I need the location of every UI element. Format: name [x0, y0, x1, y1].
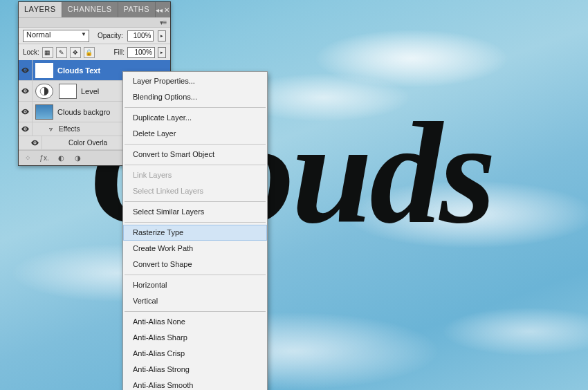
panel-tabs: LAYERS CHANNELS PATHS ◂◂ ✕: [19, 2, 170, 17]
visibility-toggle[interactable]: [19, 60, 33, 80]
layer-context-menu: Layer Properties...Blending Options...Du…: [122, 71, 268, 390]
menu-separator: [125, 311, 266, 312]
menu-separator: [125, 165, 266, 165]
lock-all-icon[interactable]: 🔒: [84, 47, 95, 58]
menu-item-anti-alias-none[interactable]: Anti-Alias None: [123, 314, 267, 330]
menu-item-blending-options[interactable]: Blending Options...: [123, 89, 267, 105]
menu-item-select-linked-layers: Select Linked Layers: [123, 183, 267, 199]
menu-item-link-layers: Link Layers: [123, 167, 267, 183]
menu-separator: [125, 222, 266, 223]
link-layers-icon[interactable]: ⁘: [21, 153, 34, 164]
svg-point-5: [34, 142, 35, 143]
layer-mask-icon[interactable]: ◐: [55, 153, 67, 164]
menu-separator: [125, 107, 266, 108]
tab-layers[interactable]: LAYERS: [19, 2, 62, 17]
fill-flyout-icon[interactable]: ▸: [158, 47, 166, 58]
tab-channels[interactable]: CHANNELS: [62, 2, 118, 17]
tab-paths[interactable]: PATHS: [118, 2, 156, 17]
svg-point-1: [24, 90, 26, 91]
lock-position-icon[interactable]: ✥: [70, 47, 81, 58]
fill-label: Fill:: [113, 48, 125, 56]
layer-thumbnail-text-icon: T: [35, 63, 53, 78]
svg-point-4: [24, 128, 26, 129]
adjustment-layer-icon[interactable]: ◑: [71, 153, 84, 164]
effect-label: Color Overla: [68, 139, 107, 147]
menu-item-vertical[interactable]: Vertical: [123, 293, 267, 309]
svg-point-3: [24, 111, 26, 112]
visibility-toggle[interactable]: [19, 81, 33, 101]
panel-collapse-icon[interactable]: ◂◂: [156, 2, 163, 17]
opacity-label: Opacity:: [98, 32, 123, 39]
disclosure-triangle-icon[interactable]: ▿: [49, 125, 56, 133]
menu-item-anti-alias-smooth[interactable]: Anti-Alias Smooth: [123, 378, 267, 390]
menu-item-select-similar-layers[interactable]: Select Similar Layers: [123, 204, 267, 220]
menu-separator: [125, 201, 266, 202]
layer-style-icon[interactable]: ƒx.: [38, 153, 50, 164]
menu-separator: [125, 275, 266, 275]
svg-point-0: [24, 69, 26, 71]
layer-mask-thumbnail: [59, 84, 77, 99]
menu-item-anti-alias-sharp[interactable]: Anti-Alias Sharp: [123, 330, 267, 346]
menu-item-duplicate-layer[interactable]: Duplicate Layer...: [123, 110, 267, 126]
blend-opacity-row: Normal Opacity: 100% ▸: [19, 27, 170, 44]
lock-transparency-icon[interactable]: ▦: [42, 47, 53, 58]
menu-item-anti-alias-strong[interactable]: Anti-Alias Strong: [123, 362, 267, 378]
adjustment-icon: [35, 84, 53, 99]
fill-input[interactable]: 100%: [127, 47, 155, 58]
menu-item-horizontal[interactable]: Horizontal: [123, 277, 267, 293]
lock-pixels-icon[interactable]: ✎: [56, 47, 67, 58]
lock-label: Lock:: [23, 48, 39, 56]
menu-item-convert-to-shape[interactable]: Convert to Shape: [123, 257, 267, 272]
blend-mode-select[interactable]: Normal: [23, 30, 89, 42]
panel-flyout-icon[interactable]: ▾≡: [156, 18, 170, 27]
menu-item-anti-alias-crisp[interactable]: Anti-Alias Crisp: [123, 346, 267, 362]
visibility-toggle[interactable]: [19, 122, 33, 136]
lock-fill-row: Lock: ▦ ✎ ✥ 🔒 Fill: 100% ▸: [19, 44, 170, 60]
menu-item-delete-layer[interactable]: Delete Layer: [123, 126, 267, 142]
visibility-toggle[interactable]: [28, 136, 42, 149]
menu-item-rasterize-type[interactable]: Rasterize Type: [123, 225, 267, 241]
menu-item-create-work-path[interactable]: Create Work Path: [123, 241, 267, 257]
visibility-toggle[interactable]: [19, 102, 33, 122]
menu-item-layer-properties[interactable]: Layer Properties...: [123, 73, 267, 89]
effects-label: Effects: [59, 125, 80, 133]
panel-menu-icon[interactable]: ✕: [163, 2, 170, 17]
layer-thumbnail: [35, 104, 53, 120]
menu-separator: [125, 144, 266, 145]
opacity-input[interactable]: 100%: [127, 30, 154, 41]
opacity-flyout-icon[interactable]: ▸: [158, 30, 166, 41]
menu-item-convert-to-smart-object[interactable]: Convert to Smart Object: [123, 147, 267, 162]
